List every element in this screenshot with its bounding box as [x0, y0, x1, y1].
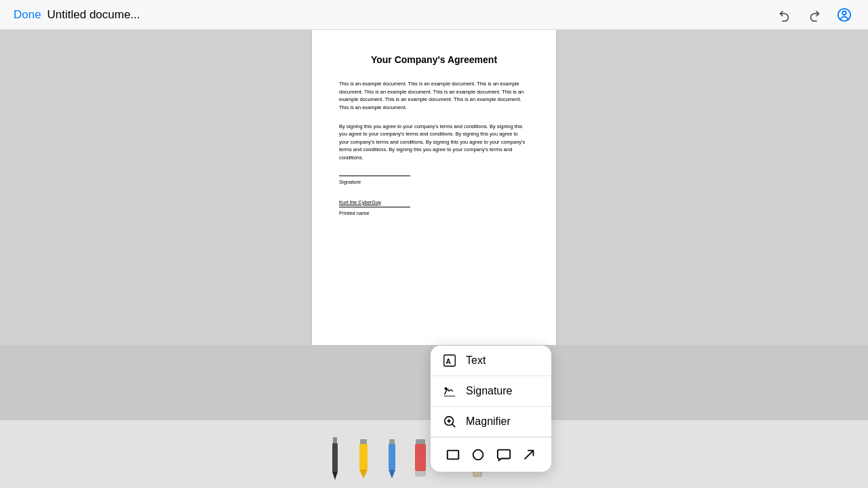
- svg-rect-12: [333, 437, 337, 444]
- popup-magnifier-item[interactable]: Magnifier: [431, 407, 551, 437]
- svg-rect-15: [360, 439, 367, 445]
- eraser-icon: [413, 434, 428, 481]
- printed-name-value: Kurt the CyberGuy: [339, 199, 381, 205]
- paragraph-1: This is an example document. This is an …: [339, 80, 529, 112]
- signature-icon: [441, 383, 458, 399]
- svg-marker-14: [332, 472, 338, 480]
- text-icon: A: [441, 352, 458, 369]
- signature-section: Signature Kurt the CyberGuy Printed name: [339, 176, 529, 216]
- user-button[interactable]: [834, 5, 854, 25]
- popup-text-item[interactable]: A Text: [431, 346, 551, 376]
- blue-marker-tool[interactable]: [380, 427, 404, 481]
- svg-point-4: [445, 388, 447, 390]
- pen-tool[interactable]: [323, 427, 347, 481]
- shape-tools-row: [431, 437, 551, 472]
- svg-marker-17: [359, 470, 368, 479]
- top-bar-left: Done Untitled docume...: [14, 8, 140, 22]
- signature-label: Signature: [339, 179, 529, 185]
- svg-rect-9: [448, 451, 459, 460]
- printed-name-line: Kurt the CyberGuy: [339, 195, 410, 207]
- svg-rect-19: [389, 444, 395, 470]
- pen-icon: [328, 434, 342, 481]
- svg-point-10: [473, 450, 484, 460]
- done-button[interactable]: Done: [14, 8, 41, 22]
- svg-line-6: [452, 424, 455, 427]
- undo-icon: [777, 7, 792, 22]
- redo-button[interactable]: [804, 5, 825, 25]
- highlighter-icon: [357, 434, 370, 481]
- redo-icon: [807, 7, 822, 22]
- document-heading: Your Company's Agreement: [339, 54, 529, 65]
- document-title: Untitled docume...: [47, 8, 140, 22]
- svg-text:A: A: [446, 358, 452, 365]
- arrow-icon: [521, 447, 536, 462]
- signature-line: [339, 176, 410, 176]
- top-bar: Done Untitled docume...: [0, 0, 868, 30]
- marker-icon: [385, 434, 399, 481]
- undo-button[interactable]: [774, 5, 795, 25]
- top-bar-actions: [774, 5, 854, 25]
- svg-rect-16: [359, 444, 368, 470]
- svg-point-1: [842, 11, 846, 15]
- popup-signature-item[interactable]: Signature: [431, 376, 551, 407]
- svg-line-11: [525, 451, 534, 460]
- document-page: Your Company's Agreement This is an exam…: [312, 30, 556, 345]
- highlighter-tool[interactable]: [351, 427, 376, 481]
- circle-shape-button[interactable]: [468, 445, 488, 465]
- speech-bubble-icon: [496, 447, 511, 462]
- svg-rect-18: [389, 439, 395, 445]
- magnifier-icon: [441, 413, 458, 430]
- speech-bubble-button[interactable]: [494, 445, 514, 465]
- rectangle-icon: [446, 447, 460, 462]
- svg-rect-13: [332, 443, 338, 472]
- popup-text-label: Text: [466, 354, 486, 367]
- printed-name-label: Printed name: [339, 210, 529, 216]
- arrow-button[interactable]: [519, 445, 539, 465]
- annotation-popup-menu: A Text Signature Magnifier: [431, 346, 551, 472]
- svg-marker-20: [389, 470, 395, 479]
- popup-signature-label: Signature: [466, 385, 513, 397]
- svg-rect-21: [416, 439, 425, 445]
- paragraph-2: By signing this you agree to your compan…: [339, 123, 529, 162]
- user-avatar-icon: [837, 7, 852, 22]
- eraser-tool[interactable]: [408, 427, 433, 481]
- circle-icon: [471, 447, 486, 462]
- rectangle-shape-button[interactable]: [443, 445, 463, 465]
- svg-rect-22: [415, 444, 426, 471]
- svg-rect-23: [415, 471, 426, 476]
- popup-magnifier-label: Magnifier: [466, 415, 511, 428]
